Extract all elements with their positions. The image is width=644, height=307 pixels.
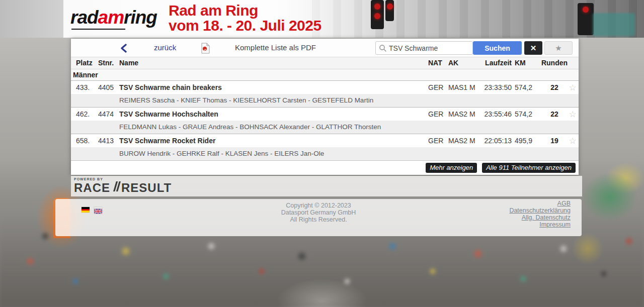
show-more-row: Mehr anzeigen Alle 911 Teilnehmer anzeig… — [71, 160, 579, 175]
search-button[interactable]: Suchen — [473, 41, 522, 55]
cell-platz: 658. — [76, 134, 97, 148]
event-banner: radamring Rad am Ring vom 18. - 20. Juli… — [0, 0, 644, 38]
raceresult-brand-right: RESULT — [121, 181, 172, 194]
cell-km: 574,2 — [515, 108, 538, 121]
footer-bar: Copyright © 2012-2023 Datasport Germany … — [55, 199, 582, 236]
pdf-file-icon[interactable] — [200, 43, 210, 54]
cell-laufzeit: 23:33:50 — [477, 81, 512, 94]
show-all-participants-link[interactable]: Alle 911 Teilnehmer anzeigen — [482, 163, 576, 173]
favorites-button[interactable]: ★ — [544, 41, 573, 55]
cell-km: 574,2 — [515, 81, 538, 94]
copyright-line1: Copyright © 2012-2023 — [55, 202, 582, 209]
logo-text: rad — [70, 7, 98, 28]
table-row-members: FELDMANN Lukas - GRAUE Andreas - BOHNSAC… — [71, 121, 579, 134]
cell-platz: 462. — [76, 108, 97, 121]
search-input[interactable] — [389, 42, 471, 54]
search-box — [375, 41, 473, 55]
link-agb[interactable]: AGB — [509, 200, 571, 207]
cell-team-name: TSV Schwarme Rocket Rider — [119, 134, 215, 148]
banner-title-line2: vom 18. - 20. Juli 2025 — [169, 18, 321, 33]
raceresult-gate-icon — [110, 180, 121, 195]
cell-nat: GER — [428, 81, 447, 94]
cell-members: REIMERS Sascha - KNIEF Thomas - KIESELHO… — [119, 94, 373, 107]
header-runden: Runden — [538, 57, 571, 69]
traffic-light-icon — [371, 0, 384, 29]
cell-ak: MAS2 M — [448, 134, 479, 148]
cell-stnr: 4405 — [98, 81, 119, 94]
cell-laufzeit: 23:55:46 — [477, 108, 512, 121]
back-link[interactable]: zurück — [154, 43, 176, 52]
header-km: KM — [515, 57, 538, 69]
favorite-star-icon[interactable]: ☆ — [567, 81, 578, 94]
teal-equipment-decor — [593, 13, 635, 36]
favorite-star-icon[interactable]: ☆ — [567, 134, 578, 148]
powered-by-strip: POWERED BY RACE RESULT — [71, 176, 582, 196]
cell-stnr: 4413 — [98, 134, 119, 148]
header-name: Name — [119, 57, 138, 69]
header-platz: Platz — [76, 57, 97, 69]
traffic-light-icon — [385, 0, 394, 21]
star-icon: ★ — [555, 44, 561, 52]
header-ak: AK — [448, 57, 479, 69]
cell-nat: GER — [428, 134, 447, 148]
cell-runden: 22 — [538, 108, 571, 121]
link-impressum[interactable]: Impressum — [509, 221, 571, 228]
copyright-notice: Copyright © 2012-2023 Datasport Germany … — [55, 202, 582, 223]
table-row-members: REIMERS Sascha - KNIEF Thomas - KIESELHO… — [71, 94, 579, 107]
table-row[interactable]: 433. 4405 TSV Schwarme chain breakers GE… — [71, 80, 579, 94]
cell-platz: 433. — [76, 81, 97, 94]
header-stnr: Stnr. — [98, 57, 119, 69]
cell-members: FELDMANN Lukas - GRAUE Andreas - BOHNSAC… — [119, 121, 381, 134]
table-header-row: Platz Stnr. Name NAT AK Laufzeit KM Rund… — [71, 57, 579, 69]
legal-links: AGB Datenschutzerklärung Allg. Datenschu… — [509, 200, 571, 228]
cell-team-name: TSV Schwarme chain breakers — [119, 81, 222, 94]
traffic-light-icon — [578, 3, 594, 35]
show-more-link[interactable]: Mehr anzeigen — [426, 163, 477, 173]
raceresult-logo[interactable]: RACE RESULT — [74, 180, 582, 195]
copyright-line2: Datasport Germany GmbH — [55, 209, 582, 216]
cell-km: 495,9 — [515, 134, 538, 148]
cell-team-name: TSV Schwarme Hochschalten — [119, 108, 218, 121]
cell-ak: MAS1 M — [448, 81, 479, 94]
header-nat: NAT — [428, 57, 447, 69]
link-allg-datenschutz[interactable]: Allg. Datenschutz — [509, 214, 571, 221]
cell-stnr: 4474 — [98, 108, 119, 121]
copyright-line3: All Rights Reserved. — [55, 216, 582, 223]
cell-laufzeit: 22:05:13 — [477, 134, 512, 148]
cell-runden: 22 — [538, 81, 571, 94]
logo-text: ring — [124, 7, 157, 28]
favorite-star-icon[interactable]: ☆ — [567, 108, 578, 121]
raceresult-brand-left: RACE — [74, 181, 110, 194]
radamring-logo[interactable]: radamring — [70, 6, 157, 29]
results-panel: zurück Komplette Liste als PDF Suchen ✕ … — [71, 39, 579, 175]
banner-title-line1: Rad am Ring — [169, 3, 321, 18]
table-row-members: BUROW Hendrik - GEHRKE Ralf - KLASEN Jen… — [71, 147, 579, 160]
cell-ak: MAS2 M — [448, 108, 479, 121]
banner-title: Rad am Ring vom 18. - 20. Juli 2025 — [169, 3, 321, 33]
cell-members: BUROW Hendrik - GEHRKE Ralf - KLASEN Jen… — [119, 147, 324, 160]
cell-runden: 19 — [538, 134, 571, 148]
chevron-left-icon — [120, 44, 132, 53]
logo-text-accent: am — [98, 7, 124, 28]
close-icon: ✕ — [530, 44, 537, 52]
back-button[interactable] — [120, 42, 132, 54]
link-datenschutzerklaerung[interactable]: Datenschutzerklärung — [509, 207, 571, 214]
section-header-maenner: Männer — [71, 69, 579, 80]
clear-search-button[interactable]: ✕ — [524, 41, 542, 55]
results-toolbar: zurück Komplette Liste als PDF Suchen ✕ … — [71, 39, 579, 57]
pdf-list-link[interactable]: Komplette Liste als PDF — [235, 43, 316, 52]
header-laufzeit: Laufzeit — [477, 57, 512, 69]
table-row[interactable]: 658. 4413 TSV Schwarme Rocket Rider GER … — [71, 134, 579, 147]
table-row[interactable]: 462. 4474 TSV Schwarme Hochschalten GER … — [71, 107, 579, 121]
cell-nat: GER — [428, 108, 447, 121]
